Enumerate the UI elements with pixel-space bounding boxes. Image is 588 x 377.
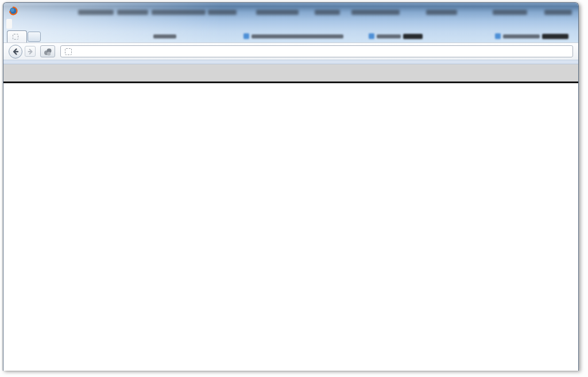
menu-bar [3, 19, 578, 29]
addon-button[interactable] [40, 45, 55, 57]
new-tab-button[interactable] [28, 32, 41, 42]
background-tab-blurred[interactable] [492, 31, 579, 41]
three-circles-icon [42, 47, 53, 56]
blurred-tab-text [403, 34, 423, 39]
firefox-icon [9, 6, 18, 15]
blurred-tab-text [503, 34, 540, 38]
blurred-title-text [256, 10, 299, 15]
blurred-title-text [208, 10, 237, 15]
blurred-title-text [493, 10, 527, 15]
xml-notice-bar [3, 64, 578, 83]
url-bar[interactable] [60, 45, 573, 57]
back-button[interactable] [9, 45, 22, 59]
blurred-title-text [78, 10, 114, 15]
navigation-toolbar [3, 42, 578, 60]
xml-document-view [3, 83, 578, 92]
back-arrow-icon [11, 48, 20, 56]
title-bar[interactable] [3, 3, 578, 19]
blurred-title-text [117, 10, 148, 15]
firefox-window [3, 2, 579, 371]
blurred-tab-text [542, 34, 568, 39]
toolbar-divider [3, 60, 578, 64]
blurred-title-text [426, 10, 457, 15]
blurred-tab-favicon [243, 33, 249, 39]
menu-strip [6, 19, 12, 29]
background-tab-blurred[interactable] [150, 31, 180, 41]
blurred-window-controls [544, 10, 572, 15]
favicon-placeholder-icon [13, 34, 18, 40]
blurred-title-text [351, 10, 400, 15]
forward-button[interactable] [25, 46, 36, 57]
background-tab-blurred[interactable] [365, 31, 437, 41]
blurred-tab-text [377, 34, 401, 38]
blurred-tab-text [153, 34, 176, 38]
blurred-tab-favicon [369, 33, 374, 39]
blurred-title-text [152, 10, 206, 15]
aero-glass-chrome [3, 3, 578, 42]
torn-edge [3, 354, 579, 371]
forward-arrow-icon [27, 48, 34, 55]
favicon-placeholder-icon [65, 48, 72, 55]
tab-active[interactable] [7, 30, 27, 42]
tab-bar [3, 29, 578, 42]
background-tab-blurred[interactable] [240, 31, 355, 41]
blurred-title-text [315, 10, 340, 15]
blurred-tab-text [252, 34, 343, 38]
blurred-tab-favicon [495, 33, 501, 39]
